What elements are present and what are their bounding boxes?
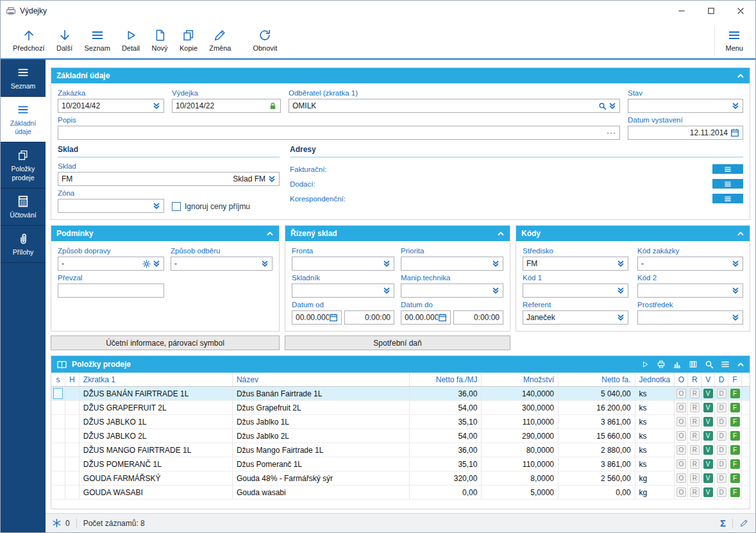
flag-f-badge[interactable]: F	[730, 431, 740, 441]
edit-button[interactable]: Změna	[203, 25, 237, 55]
run-icon[interactable]	[641, 360, 650, 369]
sidebar-item-polozky-prodeje[interactable]: Položky prodeje	[1, 142, 46, 188]
row-select-cell[interactable]	[51, 486, 65, 499]
kod1-field[interactable]	[523, 283, 628, 298]
row-select-cell[interactable]	[51, 471, 65, 485]
flag-o-badge[interactable]: O	[676, 431, 686, 441]
flag-f-badge[interactable]: F	[730, 487, 740, 497]
lookup-icon[interactable]	[598, 102, 607, 110]
chevron-down-icon[interactable]	[383, 260, 391, 267]
column-header-mnozstvi[interactable]: Množství	[482, 373, 559, 386]
column-header-o[interactable]: O	[675, 373, 688, 386]
row-netto[interactable]: 0,00	[559, 486, 635, 499]
snowflake-icon[interactable]	[52, 518, 62, 528]
row-select-cell[interactable]	[51, 401, 65, 414]
referent-field[interactable]: Janeček	[523, 310, 628, 325]
chevron-down-icon[interactable]	[617, 287, 625, 294]
address-menu-button[interactable]	[712, 179, 743, 189]
datum-vystaveni-field[interactable]: 12.11.2014	[628, 126, 743, 140]
chart-icon[interactable]	[673, 360, 682, 369]
row-zkratka[interactable]: DŽUS BANÁN FAIRTRADE 1L	[80, 387, 233, 400]
flag-o-badge[interactable]: O	[676, 473, 686, 483]
chevron-down-icon[interactable]	[732, 287, 739, 294]
flag-v-badge[interactable]: V	[703, 389, 713, 398]
column-header-netto[interactable]: Netto fa.	[559, 373, 635, 386]
table-row[interactable]: GOUDA FARMÁŘSKÝ Gouda 48% - Farmářský sý…	[51, 471, 750, 486]
grid-menu-icon[interactable]	[721, 360, 730, 369]
flag-d-badge[interactable]: D	[717, 389, 727, 398]
row-netto[interactable]: 3 861,00	[559, 457, 635, 471]
column-header-v[interactable]: V	[701, 373, 715, 386]
chevron-down-icon[interactable]	[617, 314, 625, 321]
flag-d-badge[interactable]: D	[717, 473, 727, 483]
row-mnozstvi[interactable]: 110,0000	[482, 457, 559, 471]
prevzal-field[interactable]	[58, 283, 164, 298]
row-mnozstvi[interactable]: 80,0000	[482, 443, 559, 457]
flag-f-badge[interactable]: F	[730, 459, 740, 469]
address-menu-button[interactable]	[712, 194, 743, 203]
prostredek-field[interactable]	[637, 310, 743, 325]
popis-more-button[interactable]: ···	[607, 129, 616, 137]
row-nazev[interactable]: Džus Pomeranč 1L	[233, 457, 410, 471]
gear-icon[interactable]	[142, 260, 151, 268]
flag-o-badge[interactable]: O	[676, 389, 686, 398]
priorita-field[interactable]	[401, 257, 503, 271]
column-header-zkratka[interactable]: Zkratka 1	[80, 373, 233, 386]
table-row[interactable]: DŽUS BANÁN FAIRTRADE 1L Džus Banán Fairt…	[51, 387, 750, 401]
collapse-icon[interactable]	[497, 230, 505, 237]
row-zkratka[interactable]: GOUDA WASABI	[80, 486, 233, 499]
row-netto[interactable]: 2 880,00	[559, 443, 635, 457]
collapse-icon[interactable]	[737, 72, 744, 80]
table-row[interactable]: DŽUS JABLKO 2L Džus Jablko 2L 54,00 290,…	[51, 429, 750, 443]
row-select-cell[interactable]	[51, 457, 65, 471]
menu-button[interactable]: Menu	[714, 25, 749, 55]
row-netto-mj[interactable]: 36,00	[410, 443, 482, 457]
chevron-down-icon[interactable]	[268, 175, 276, 183]
row-nazev[interactable]: Džus Grapefruit 2L	[233, 401, 410, 414]
row-mnozstvi[interactable]: 5,0000	[482, 486, 559, 499]
column-header-f[interactable]: F	[728, 373, 742, 386]
row-zkratka[interactable]: DŽUS MANGO FAIRTRADE 1L	[80, 443, 233, 457]
flag-f-badge[interactable]: F	[730, 389, 740, 398]
datum-od-date-field[interactable]: 00.00.000	[292, 310, 342, 325]
sidebar-item-uctovani[interactable]: Účtování	[1, 189, 46, 226]
row-netto[interactable]: 16 200,00	[559, 401, 635, 414]
flag-r-badge[interactable]: R	[690, 487, 700, 497]
zona-field[interactable]	[58, 199, 164, 213]
print-icon[interactable]	[657, 360, 666, 369]
sklad-field[interactable]: FM Sklad FM	[58, 172, 280, 186]
row-jednotka[interactable]: ks	[635, 387, 675, 400]
flag-r-badge[interactable]: R	[690, 431, 700, 441]
row-netto-mj[interactable]: 0,00	[410, 486, 482, 499]
flag-f-badge[interactable]: F	[730, 445, 740, 455]
datum-od-time-field[interactable]: 0:00:00	[344, 310, 394, 325]
flag-v-badge[interactable]: V	[703, 473, 713, 483]
minimize-button[interactable]	[667, 1, 696, 21]
row-jednotka[interactable]: ks	[635, 429, 675, 443]
edit-icon[interactable]	[739, 518, 749, 528]
table-row[interactable]: GOUDA WASABI Gouda wasabi 0,00 5,0000 0,…	[51, 486, 750, 500]
flag-d-badge[interactable]: D	[717, 459, 727, 469]
row-jednotka[interactable]: kg	[635, 486, 675, 499]
flag-r-badge[interactable]: R	[690, 459, 700, 469]
chevron-down-icon[interactable]	[609, 102, 616, 110]
row-zkratka[interactable]: DŽUS POMERANČ 1L	[80, 457, 233, 471]
table-row[interactable]: DŽUS JABLKO 1L Džus Jablko 1L 35,10 110,…	[51, 415, 750, 429]
maximize-button[interactable]	[696, 1, 726, 21]
row-select-cell[interactable]	[51, 415, 65, 428]
checkbox-box[interactable]	[172, 202, 181, 211]
kod2-field[interactable]	[637, 283, 743, 298]
flag-o-badge[interactable]: O	[676, 459, 686, 469]
flag-f-badge[interactable]: F	[730, 417, 740, 427]
copy-button[interactable]: Kopie	[174, 25, 203, 55]
flag-r-badge[interactable]: R	[690, 389, 700, 398]
chevron-down-icon[interactable]	[617, 260, 625, 267]
column-header-d[interactable]: D	[715, 373, 728, 386]
vydejka-field[interactable]: 10/2014/22	[172, 99, 281, 113]
odberatel-field[interactable]: OMILK	[289, 99, 620, 113]
row-netto-mj[interactable]: 35,10	[410, 457, 482, 471]
stav-field[interactable]	[628, 99, 743, 113]
manip-technika-field[interactable]	[401, 283, 503, 298]
flag-v-badge[interactable]: V	[703, 487, 713, 497]
chevron-down-icon[interactable]	[492, 287, 500, 294]
